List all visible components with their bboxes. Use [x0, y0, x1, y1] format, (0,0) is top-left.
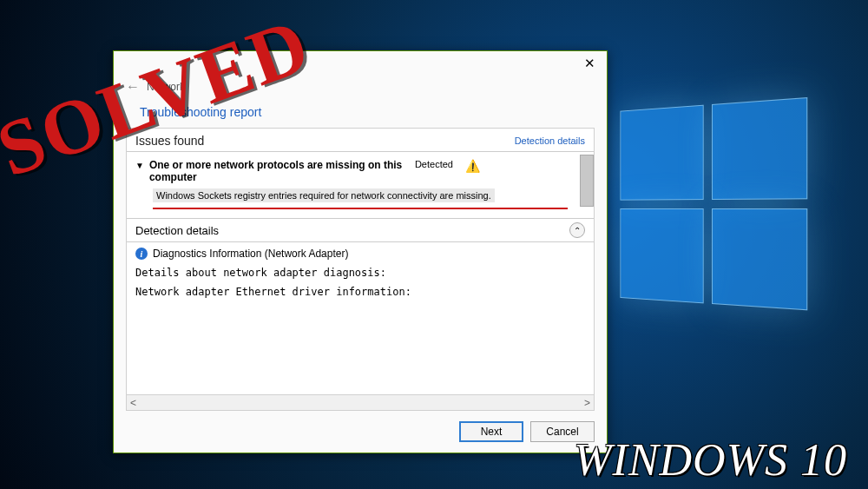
- breadcrumb-label: Network: [147, 81, 185, 93]
- highlight-underline: [153, 208, 568, 209]
- windows10-caption: WINDOWS 10: [574, 434, 847, 486]
- vertical-scrollbar[interactable]: [580, 155, 594, 207]
- horizontal-scrollbar[interactable]: < >: [127, 394, 594, 410]
- report-title-link[interactable]: Troubleshooting report: [114, 103, 607, 128]
- detection-heading: Detection details: [135, 224, 219, 237]
- detection-details-link[interactable]: Detection details: [515, 135, 585, 146]
- back-arrow-icon[interactable]: ←: [126, 79, 140, 95]
- issues-heading: Issues found: [135, 134, 204, 148]
- diagnostics-row: i Diagnostics Information (Network Adapt…: [127, 242, 594, 265]
- scroll-left-icon[interactable]: <: [130, 397, 136, 409]
- diagnostics-label: Diagnostics Information (Network Adapter…: [153, 248, 348, 260]
- troubleshooter-dialog: ✕ ← Network Troubleshooting report Issue…: [113, 50, 608, 453]
- next-button[interactable]: Next: [459, 421, 523, 442]
- titlebar: ✕: [114, 51, 607, 76]
- issues-header: Issues found Detection details: [127, 129, 594, 152]
- issue-title: One or more network protocols are missin…: [149, 159, 410, 183]
- issue-status: Detected: [415, 159, 453, 169]
- breadcrumb: ← Network: [114, 76, 607, 103]
- diag-line-2: Network adapter Ethernet driver informat…: [127, 284, 594, 303]
- expand-triangle-icon[interactable]: ▼: [135, 161, 144, 170]
- detection-header: Detection details ⌃: [127, 218, 594, 242]
- issue-row: ▼ One or more network protocols are miss…: [127, 152, 594, 218]
- windows-logo-backdrop: [620, 96, 817, 320]
- scroll-right-icon[interactable]: >: [584, 397, 590, 409]
- close-icon[interactable]: ✕: [579, 56, 600, 71]
- report-content: Issues found Detection details ▼ One or …: [126, 128, 595, 411]
- button-bar: Next Cancel: [114, 411, 607, 453]
- diag-line-1: Details about network adapter diagnosis:: [127, 265, 594, 284]
- issue-description: Windows Sockets registry entries require…: [153, 188, 495, 202]
- collapse-chevron-icon[interactable]: ⌃: [569, 222, 585, 238]
- warning-icon: ⚠️: [465, 159, 480, 173]
- info-icon: i: [135, 248, 148, 260]
